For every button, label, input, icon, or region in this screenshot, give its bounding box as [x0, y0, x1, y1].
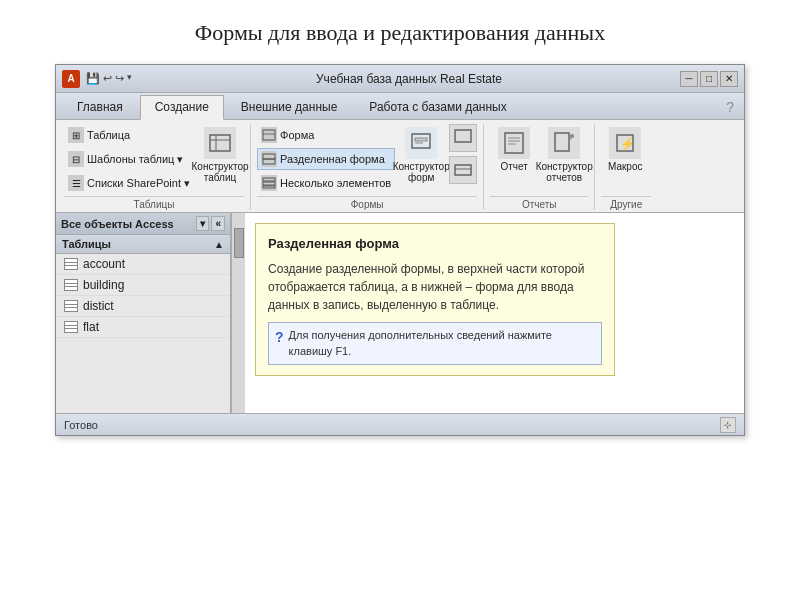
page-title: Формы для ввода и редактирования данных: [195, 20, 605, 46]
tables-group-content: ⊞ Таблица ⊟ Шаблоны таблиц ▾ ☰ Списки Sh…: [64, 124, 244, 194]
svg-rect-13: [455, 130, 471, 142]
svg-rect-16: [505, 133, 523, 153]
window-controls: ─ □ ✕: [680, 71, 738, 87]
nav-header-title: Все объекты Access: [61, 218, 194, 230]
svg-rect-14: [455, 165, 471, 175]
svg-rect-3: [263, 130, 275, 140]
maximize-button[interactable]: □: [700, 71, 718, 87]
report-designer-button[interactable]: Конструктор отчетов: [540, 124, 588, 186]
form-label: Форма: [280, 129, 314, 141]
ribbon-group-reports: Отчет Конструктор отчетов Отчеты: [486, 124, 595, 210]
save-quick-icon[interactable]: 💾: [86, 72, 100, 85]
report-label: Отчет: [501, 161, 528, 172]
tooltip-area: Разделенная форма Создание разделенной ф…: [245, 213, 744, 413]
sharepoint-button[interactable]: ☰ Списки SharePoint ▾: [64, 172, 194, 194]
status-text: Готово: [64, 419, 98, 431]
table-icon-building: [64, 279, 78, 291]
close-button[interactable]: ✕: [720, 71, 738, 87]
minimize-button[interactable]: ─: [680, 71, 698, 87]
more-forms-icon2[interactable]: [449, 156, 477, 184]
other-group-label: Другие: [601, 196, 651, 210]
nav-filter-button[interactable]: ▾: [196, 216, 209, 231]
svg-rect-6: [263, 159, 275, 164]
nav-header: Все объекты Access ▾ «: [56, 213, 230, 235]
title-bar: A 💾 ↩ ↪ ▾ Учебная база данных Real Estat…: [56, 65, 744, 93]
main-area: Все объекты Access ▾ « Таблицы ▲ account…: [56, 213, 744, 413]
nav-item-label-building: building: [83, 278, 124, 292]
nav-section-header: Таблицы ▲: [56, 235, 230, 254]
svg-rect-0: [210, 135, 230, 151]
tab-vneshnie[interactable]: Внешние данные: [226, 95, 353, 119]
table-label: Таблица: [87, 129, 130, 141]
multi-items-icon: [261, 175, 277, 191]
reports-group-label: Отчеты: [490, 196, 588, 210]
undo-quick-icon[interactable]: ↩: [103, 72, 112, 85]
table-button[interactable]: ⊞ Таблица: [64, 124, 194, 146]
macro-button[interactable]: ⚡ Макрос: [601, 124, 649, 175]
table-icon-flat: [64, 321, 78, 333]
report-button[interactable]: Отчет: [490, 124, 538, 175]
report-designer-label: Конструктор отчетов: [536, 161, 593, 183]
tooltip-hint: ? Для получения дополнительных сведений …: [268, 322, 602, 365]
table-icon-account: [64, 258, 78, 270]
ribbon-tabs: Главная Создание Внешние данные Работа с…: [56, 93, 744, 120]
sharepoint-icon: ☰: [68, 175, 84, 191]
table-designer-button[interactable]: Конструктор таблиц: [196, 124, 244, 186]
nav-item-label-distict: distict: [83, 299, 114, 313]
nav-section-toggle[interactable]: ▲: [214, 239, 224, 250]
svg-rect-7: [263, 178, 275, 181]
nav-collapse-button[interactable]: «: [211, 216, 225, 231]
nav-item-building[interactable]: building: [56, 275, 230, 296]
dropdown-quick-icon[interactable]: ▾: [127, 72, 132, 85]
nav-item-label-flat: flat: [83, 320, 99, 334]
tooltip-box: Разделенная форма Создание разделенной ф…: [255, 223, 615, 376]
svg-rect-11: [415, 138, 427, 141]
form-designer-label: Конструктор форм: [393, 161, 450, 183]
table-designer-icon: [204, 127, 236, 159]
nav-scrollbar[interactable]: [231, 213, 245, 413]
other-group-content: ⚡ Макрос: [601, 124, 651, 194]
table-templates-button[interactable]: ⊟ Шаблоны таблиц ▾: [64, 148, 194, 170]
nav-item-account[interactable]: account: [56, 254, 230, 275]
tooltip-title: Разделенная форма: [268, 234, 602, 254]
sharepoint-label: Списки SharePoint ▾: [87, 177, 190, 190]
nav-item-flat[interactable]: flat: [56, 317, 230, 338]
svg-rect-8: [263, 182, 275, 185]
status-bar: Готово ⊹: [56, 413, 744, 435]
table-templates-icon: ⊟: [68, 151, 84, 167]
ribbon-group-other: ⚡ Макрос Другие: [597, 124, 657, 210]
tab-glavnaya[interactable]: Главная: [62, 95, 138, 119]
app-window: A 💾 ↩ ↪ ▾ Учебная база данных Real Estat…: [55, 64, 745, 436]
table-icon: ⊞: [68, 127, 84, 143]
macro-icon: ⚡: [609, 127, 641, 159]
forms-group-content: Форма Разделенная форма Несколько элемен…: [257, 124, 477, 194]
report-icon: [498, 127, 530, 159]
svg-rect-20: [555, 133, 569, 151]
nav-item-distict[interactable]: distict: [56, 296, 230, 317]
tab-sozdanie[interactable]: Создание: [140, 95, 224, 120]
app-logo: A: [62, 70, 80, 88]
nav-scroll-thumb[interactable]: [234, 228, 244, 258]
svg-rect-5: [263, 154, 275, 159]
tab-rabota[interactable]: Работа с базами данных: [354, 95, 521, 119]
form-designer-button[interactable]: Конструктор форм: [397, 124, 445, 186]
table-icon-distict: [64, 300, 78, 312]
hint-icon: ?: [275, 327, 284, 348]
redo-quick-icon[interactable]: ↪: [115, 72, 124, 85]
nav-items: account building distict flat: [56, 254, 230, 413]
more-forms-icon1[interactable]: [449, 124, 477, 152]
split-form-button[interactable]: Разделенная форма: [257, 148, 395, 170]
split-form-icon: [261, 151, 277, 167]
form-icon: [261, 127, 277, 143]
ribbon-group-tables: ⊞ Таблица ⊟ Шаблоны таблиц ▾ ☰ Списки Sh…: [60, 124, 251, 210]
window-title: Учебная база данных Real Estate: [138, 72, 680, 86]
report-designer-icon: [548, 127, 580, 159]
nav-item-label-account: account: [83, 257, 125, 271]
nav-panel: Все объекты Access ▾ « Таблицы ▲ account…: [56, 213, 231, 413]
table-designer-label: Конструктор таблиц: [192, 161, 249, 183]
svg-point-22: [570, 134, 574, 138]
ribbon-collapse-icon[interactable]: ?: [722, 95, 738, 119]
form-button[interactable]: Форма: [257, 124, 395, 146]
ribbon-body: ⊞ Таблица ⊟ Шаблоны таблиц ▾ ☰ Списки Sh…: [56, 120, 744, 213]
multi-items-button[interactable]: Несколько элементов: [257, 172, 395, 194]
